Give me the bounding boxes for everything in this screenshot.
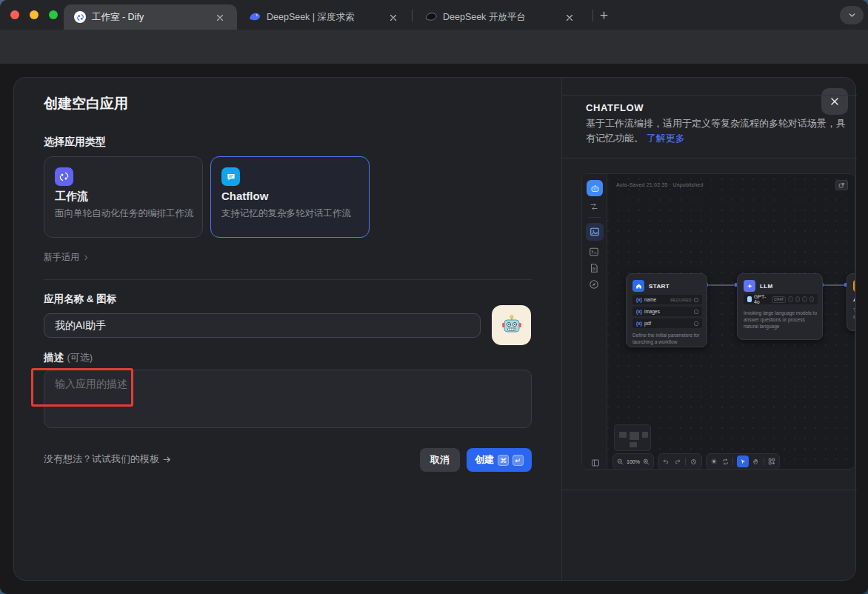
- tab-deepseek-chat[interactable]: DeepSeek | 深度求索: [238, 4, 410, 30]
- node-answer[interactable]: AN To en: [847, 273, 855, 331]
- undo-icon: [663, 458, 670, 465]
- history-controls[interactable]: [658, 453, 702, 470]
- robot-emoji-icon: [500, 313, 524, 337]
- field-type-icon: [694, 321, 698, 326]
- file-icon[interactable]: [589, 263, 601, 275]
- minimap[interactable]: [614, 424, 651, 451]
- create-button[interactable]: 创建 ⌘ ↵: [467, 448, 532, 472]
- gpt4o-model-icon: [747, 296, 752, 302]
- capability-icon: [802, 296, 807, 302]
- chevron-down-icon: [847, 10, 857, 20]
- canvas-tool-icon[interactable]: [586, 223, 604, 241]
- panel-divider-top: [561, 95, 857, 96]
- panel-close-button[interactable]: [821, 88, 848, 115]
- card-chatflow[interactable]: Chatflow 支持记忆的复杂多轮对话工作流: [210, 156, 370, 238]
- arrow-right-icon: [162, 455, 172, 464]
- tab-close-icon[interactable]: [215, 12, 225, 22]
- beginner-link[interactable]: 新手适用: [44, 251, 90, 264]
- create-app-modal: 创建空白应用 选择应用类型 工作流 面向单轮自动化任务的编排工作流 Chatfl…: [13, 77, 856, 581]
- tab-deepseek-platform[interactable]: DeepSeek 开放平台: [415, 4, 587, 30]
- zoom-level: 100%: [627, 459, 640, 464]
- workflow-icon: [55, 167, 73, 186]
- card-workflow[interactable]: 工作流 面向单轮自动化任务的编排工作流: [44, 156, 203, 238]
- card-desc: 面向单轮自动化任务的编排工作流: [55, 207, 194, 220]
- tab-title: DeepSeek | 深度求索: [267, 4, 355, 30]
- tab-strip: 工作室 - Dify DeepSeek | 深度求索 DeepSeek 开放平台: [0, 0, 868, 30]
- edge-llm-answer: [823, 284, 847, 286]
- chatflow-icon: [221, 167, 240, 186]
- field-type-icon: [694, 310, 698, 314]
- tab-dify[interactable]: 工作室 - Dify: [64, 4, 237, 30]
- hand-icon: [752, 458, 759, 465]
- browser-toolbar: localhost/apps S V: [0, 30, 868, 64]
- compass-icon[interactable]: [589, 279, 601, 291]
- autosave-status: Auto-Saved 21:02:35 · Unpublished: [616, 182, 704, 187]
- preview-expand-button[interactable]: [835, 180, 848, 190]
- minimize-window-button[interactable]: [30, 10, 39, 19]
- annotation-highlight-box: [31, 368, 133, 407]
- app-name-label: 应用名称 & 图标: [44, 293, 116, 306]
- panel-description: 基于工作流编排，适用于定义等复杂流程的多轮对话场景，具有记忆功能。 了解更多: [586, 116, 849, 147]
- learn-more-link[interactable]: 了解更多: [647, 133, 685, 144]
- zoom-controls[interactable]: 100%: [612, 453, 654, 470]
- app-type-label: 选择应用类型: [44, 136, 106, 149]
- desc-label: 描述: [44, 352, 64, 363]
- app-name-input[interactable]: [44, 313, 481, 338]
- maximize-window-button[interactable]: [49, 10, 58, 19]
- deepseek-favicon: [249, 11, 261, 23]
- swap-icon[interactable]: [590, 201, 601, 213]
- pointer-mode-button[interactable]: [737, 455, 749, 467]
- add-node-icon: [710, 458, 718, 465]
- close-icon: [829, 96, 841, 107]
- collapse-panel-icon[interactable]: [591, 457, 603, 469]
- app-icon-button[interactable]: [492, 305, 531, 345]
- preview-app-avatar: [587, 180, 603, 196]
- new-tab-button[interactable]: [598, 10, 610, 24]
- zoom-out-icon: [617, 458, 624, 465]
- workflow-preview: Auto-Saved 21:02:35 · Unpublished: [581, 173, 855, 470]
- tab-close-icon[interactable]: [564, 12, 575, 22]
- start-field-row: (x) pdf: [632, 318, 702, 328]
- capability-icon: [788, 296, 792, 302]
- cancel-button[interactable]: 取消: [420, 448, 460, 472]
- start-field-row: (x) name REQUIRED: [632, 295, 702, 304]
- llm-node-icon: [744, 280, 755, 292]
- tab-separator: [592, 10, 593, 21]
- capability-icon: [795, 296, 800, 302]
- answer-node-icon: [853, 280, 855, 292]
- tab-search-button[interactable]: [840, 6, 864, 24]
- loop-icon: [722, 458, 729, 465]
- tab-title: DeepSeek 开放平台: [443, 4, 526, 30]
- node-desc: Define the initial parameters for launch…: [632, 332, 702, 345]
- card-title: 工作流: [55, 190, 88, 204]
- modal-title: 创建空白应用: [44, 94, 128, 113]
- templates-link[interactable]: 没有想法？试试我们的模板: [44, 453, 172, 466]
- sidebar-divider: [588, 217, 601, 218]
- node-llm[interactable]: LLM GPT-4o CHAT Invoking large language …: [737, 273, 823, 340]
- deepseek-platform-favicon: [425, 11, 437, 23]
- chevron-right-icon: [82, 254, 90, 261]
- node-title: LLM: [760, 283, 773, 290]
- redo-icon: [674, 458, 681, 465]
- kbd-cmd: ⌘: [498, 455, 509, 466]
- node-desc: To en: [853, 307, 855, 320]
- node-title: AN: [853, 296, 855, 303]
- node-title: START: [649, 283, 670, 290]
- dify-favicon: [74, 11, 86, 23]
- start-field-row: (x) images: [632, 307, 702, 316]
- desc-label-row: 描述 (可选): [44, 350, 93, 364]
- panel-divider-mid: [561, 158, 857, 158]
- node-start[interactable]: START (x) name REQUIRED (x) images: [626, 273, 707, 347]
- terminal-icon[interactable]: [589, 247, 601, 258]
- modal-divider: [561, 78, 562, 580]
- capability-icon: [809, 296, 814, 302]
- tab-close-icon[interactable]: [388, 12, 398, 22]
- organize-icon: [768, 458, 775, 465]
- section-divider: [44, 279, 532, 280]
- chat-badge: CHAT: [772, 296, 786, 303]
- node-desc: Invoking large language models to answer…: [744, 310, 818, 330]
- start-node-icon: [632, 280, 644, 292]
- close-window-button[interactable]: [10, 10, 19, 19]
- tab-separator: [412, 10, 413, 21]
- canvas-mode-controls[interactable]: [706, 453, 780, 470]
